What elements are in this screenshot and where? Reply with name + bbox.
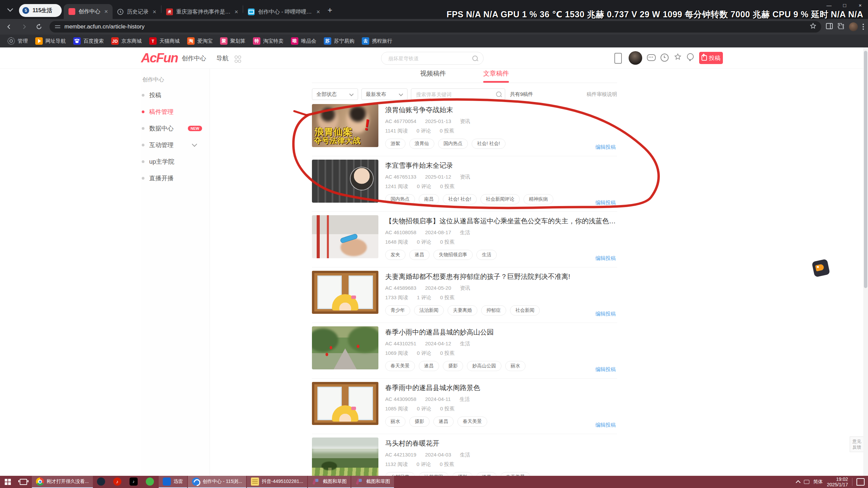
- nav-navigation[interactable]: 导航: [216, 54, 229, 62]
- start-button[interactable]: [0, 476, 16, 488]
- edit-post-link[interactable]: 编辑投稿: [595, 144, 616, 150]
- taskbar-360-browser[interactable]: [142, 476, 158, 488]
- search-icon[interactable]: [472, 56, 478, 61]
- sidebar-item-post[interactable]: 投稿: [141, 87, 210, 103]
- edit-post-link[interactable]: 编辑投稿: [595, 366, 616, 373]
- nav-creator-center[interactable]: 创作中心: [182, 54, 206, 62]
- article-tag[interactable]: 南昌: [419, 194, 439, 204]
- favorites-star-icon[interactable]: [674, 53, 682, 61]
- taskbar-notepad-window[interactable]: 抖音-4495102281...: [247, 476, 307, 488]
- bookmark-ctrip[interactable]: 去携程旅行: [362, 37, 392, 45]
- extensions-puzzle-icon[interactable]: [837, 23, 844, 31]
- tab-article-posts[interactable]: 文章稿件: [483, 69, 509, 83]
- tray-expand-icon[interactable]: [796, 480, 801, 485]
- lightbulb-icon[interactable]: [687, 53, 694, 60]
- article-tag[interactable]: 遂昌: [433, 416, 454, 427]
- article-tag[interactable]: 丽水: [385, 416, 406, 427]
- tab-search-button[interactable]: [3, 3, 17, 16]
- site-settings-icon[interactable]: [55, 25, 60, 29]
- tab-history[interactable]: 历史记录 ×: [113, 5, 161, 19]
- bookmark-star-icon[interactable]: [810, 23, 816, 31]
- article-tag[interactable]: 发夹: [385, 250, 406, 260]
- tab-chongqing-news[interactable]: 虎 重庆游客摔伤事件是否反转? 确 ×: [161, 5, 243, 19]
- article-tag[interactable]: 青少年: [385, 305, 410, 316]
- article-tag[interactable]: 抑郁症: [481, 305, 506, 316]
- status-filter-select[interactable]: 全部状态: [312, 88, 358, 100]
- article-title[interactable]: 李宜雪事件始末全记录: [385, 161, 616, 170]
- apps-grid-icon[interactable]: [235, 56, 240, 63]
- user-avatar[interactable]: [629, 51, 642, 65]
- article-tag[interactable]: 遂昌: [419, 361, 439, 371]
- browser-menu-icon[interactable]: [863, 24, 864, 30]
- tab-creator-center[interactable]: 创作中心 ×: [64, 4, 113, 19]
- keyword-search-input[interactable]: [415, 91, 496, 98]
- taskbar-chrome-window[interactable]: 刚才打开很久没看...: [32, 476, 93, 488]
- article-thumbnail[interactable]: [312, 215, 378, 258]
- edit-post-link[interactable]: 编辑投稿: [595, 200, 616, 206]
- side-panel-icon[interactable]: [826, 23, 833, 30]
- close-tab-icon[interactable]: ×: [104, 8, 108, 15]
- article-thumbnail[interactable]: [312, 326, 378, 369]
- edit-post-link[interactable]: 编辑投稿: [595, 255, 616, 262]
- bookmark-tmall[interactable]: T天猫商城: [149, 37, 180, 45]
- article-tag[interactable]: 遂昌: [409, 250, 430, 260]
- article-title[interactable]: 夫妻离婚却都不想要患有抑郁症的孩子？巨野法院判决不准离!: [385, 272, 616, 281]
- taskbar-snip-window-2[interactable]: 截图和草图: [351, 476, 394, 488]
- scrollbar[interactable]: [863, 47, 868, 476]
- article-tag[interactable]: 浪胃仙: [409, 139, 434, 149]
- post-button[interactable]: 投稿: [699, 52, 723, 64]
- article-tag[interactable]: 社会新闻: [510, 305, 540, 316]
- edit-post-link[interactable]: 编辑投稿: [595, 311, 616, 317]
- article-tag[interactable]: 夫妻离婚: [448, 305, 477, 316]
- article-tag[interactable]: 摄影: [409, 416, 430, 427]
- bookmark-jd[interactable]: JD京东商城: [111, 37, 142, 45]
- back-button[interactable]: [3, 21, 15, 33]
- mobile-app-icon[interactable]: [614, 53, 622, 64]
- scrollbar-thumb[interactable]: [864, 51, 867, 288]
- taskbar-snip-window-1[interactable]: 截图和草图: [308, 476, 351, 488]
- tab-115-life[interactable]: 5 115生活: [19, 4, 62, 17]
- article-tag[interactable]: 社会新闻评论: [480, 194, 520, 204]
- acfun-mascot-widget[interactable]: [812, 259, 830, 278]
- article-title[interactable]: 春季雨中的遂昌县城水阁路景色: [385, 383, 616, 392]
- notification-center-icon[interactable]: [856, 478, 865, 486]
- task-view-button[interactable]: [16, 476, 31, 488]
- tab-video-posts[interactable]: 视频稿件: [420, 69, 446, 83]
- bookmark-nav[interactable]: 网址导航: [35, 37, 66, 45]
- article-thumbnail[interactable]: [312, 382, 378, 425]
- close-tab-icon[interactable]: ×: [316, 8, 320, 16]
- article-tag[interactable]: 社会! 社会!: [472, 139, 506, 149]
- article-tag[interactable]: 丽水: [505, 361, 526, 371]
- bookmark-taobao[interactable]: 淘爱淘宝: [187, 37, 213, 45]
- sort-filter-select[interactable]: 最新发布: [361, 88, 408, 100]
- article-title[interactable]: 马头村的春暖花开: [385, 439, 616, 448]
- article-tag[interactable]: 精神疾病: [524, 194, 553, 204]
- article-tag[interactable]: 国内热点: [385, 194, 415, 204]
- sidebar-item-data-center[interactable]: 数据中心NEW: [141, 120, 210, 137]
- article-thumbnail[interactable]: [312, 160, 378, 203]
- article-tag[interactable]: 春天美景: [385, 361, 415, 371]
- clock-widget[interactable]: 19:02 2025/1/17: [827, 476, 848, 487]
- search-icon[interactable]: [496, 92, 501, 97]
- article-tag[interactable]: 生活: [476, 250, 497, 260]
- bookmark-taobao-temai[interactable]: 特淘宝特卖: [253, 37, 283, 45]
- edit-post-link[interactable]: 编辑投稿: [595, 422, 616, 428]
- forward-button[interactable]: [18, 21, 30, 33]
- taskbar-netease-music[interactable]: ♪: [109, 476, 125, 488]
- article-tag[interactable]: 国内热点: [438, 139, 468, 149]
- bookmark-vip[interactable]: 唯唯品会: [291, 37, 316, 45]
- article-title[interactable]: 【失物招领启事】这位从遂昌客运中心乘坐蓝色公交车的失主，你的浅蓝色的发夹等待..…: [385, 217, 616, 226]
- maximize-button[interactable]: □: [837, 0, 852, 10]
- article-title[interactable]: 春季小雨中的遂昌县城的妙高山公园: [385, 328, 616, 337]
- bookmark-suning[interactable]: 苏苏宁易购: [324, 37, 354, 45]
- review-help-link[interactable]: 稿件审核说明: [587, 91, 617, 98]
- article-tag[interactable]: 失物招领启事: [433, 250, 473, 260]
- close-window-button[interactable]: ×: [852, 0, 868, 10]
- taskbar-115-browser-window[interactable]: 创作中心 - 115浏...: [188, 476, 246, 488]
- acfun-logo[interactable]: AcFun: [141, 51, 178, 65]
- sidebar-item-manage[interactable]: 稿件管理: [141, 103, 210, 120]
- article-thumbnail[interactable]: [312, 271, 378, 314]
- feedback-widget[interactable]: 意见反馈: [850, 436, 864, 452]
- article-title[interactable]: 浪胃仙账号争夺战始末: [385, 105, 616, 115]
- sidebar-item-interaction[interactable]: 互动管理: [141, 137, 210, 153]
